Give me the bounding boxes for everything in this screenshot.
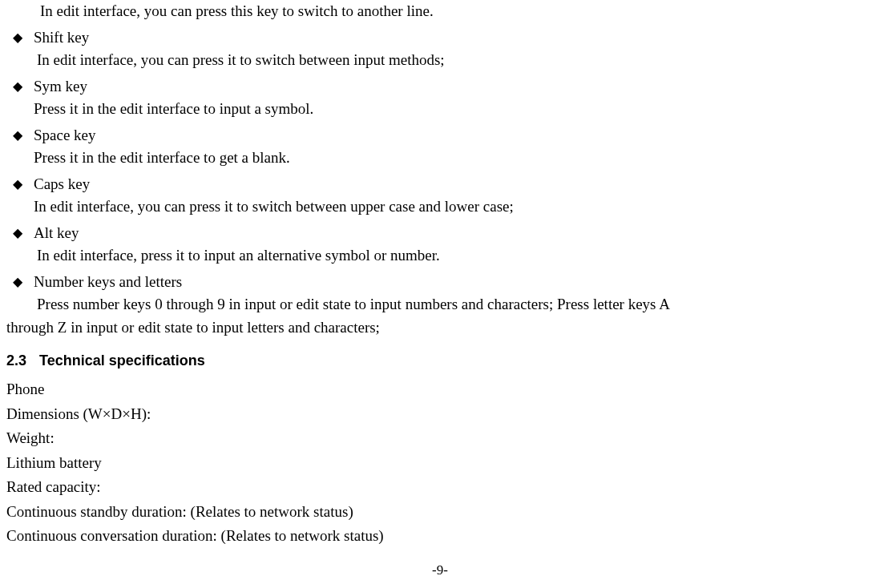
bullet-title: Alt key — [34, 222, 874, 245]
bullet-body: Space key Press it in the edit interface… — [34, 124, 874, 170]
bullet-title: Caps key — [34, 173, 874, 196]
bullet-item: ◆ Caps key In edit interface, you can pr… — [6, 173, 874, 219]
bullet-body: Number keys and letters Press number key… — [34, 271, 874, 316]
bullet-item: ◆ Sym key Press it in the edit interface… — [6, 75, 874, 121]
bullet-desc: In edit interface, you can press it to s… — [34, 195, 874, 219]
bullet-item: ◆ Shift key In edit interface, you can p… — [6, 26, 874, 72]
diamond-icon: ◆ — [6, 75, 34, 98]
bullet-title: Space key — [34, 124, 874, 147]
spec-line: Dimensions (W×D×H): — [6, 403, 874, 426]
section-title: Technical specifications — [39, 352, 205, 369]
spec-line: Rated capacity: — [6, 476, 874, 499]
page-number: -9- — [0, 560, 880, 581]
diamond-icon: ◆ — [6, 26, 34, 49]
diamond-icon: ◆ — [6, 124, 34, 147]
section-number: 2.3 — [6, 352, 26, 369]
intro-line: In edit interface, you can press this ke… — [6, 0, 874, 23]
bullet-title: Sym key — [34, 75, 874, 99]
bullet-item: ◆ Space key Press it in the edit interfa… — [6, 124, 874, 170]
spec-line: Lithium battery — [6, 452, 874, 475]
bullet-item: ◆ Alt key In edit interface, press it to… — [6, 222, 874, 268]
spec-line: Continuous standby duration: (Relates to… — [6, 501, 874, 524]
bullet-item: ◆ Number keys and letters Press number k… — [6, 271, 874, 316]
bullet-desc: In edit interface, you can press it to s… — [34, 49, 874, 72]
bullet-body: Sym key Press it in the edit interface t… — [34, 75, 874, 121]
bullet-desc: Press it in the edit interface to input … — [34, 98, 874, 121]
diamond-icon: ◆ — [6, 222, 34, 244]
bullet-title: Number keys and letters — [34, 271, 874, 294]
bullet-desc-continuation: through Z in input or edit state to inpu… — [6, 316, 874, 340]
bullet-body: Caps key In edit interface, you can pres… — [34, 173, 874, 219]
spec-line: Phone — [6, 378, 874, 401]
spec-line: Continuous conversation duration: (Relat… — [6, 525, 874, 548]
section-heading: 2.3Technical specifications — [6, 350, 874, 372]
page-content: In edit interface, you can press this ke… — [0, 0, 880, 548]
bullet-desc: Press it in the edit interface to get a … — [34, 147, 874, 170]
bullet-desc: Press number keys 0 through 9 in input o… — [34, 293, 874, 316]
spec-line: Weight: — [6, 427, 874, 450]
diamond-icon: ◆ — [6, 271, 34, 293]
diamond-icon: ◆ — [6, 173, 34, 195]
bullet-body: Alt key In edit interface, press it to i… — [34, 222, 874, 268]
bullet-body: Shift key In edit interface, you can pre… — [34, 26, 874, 72]
bullet-desc: In edit interface, press it to input an … — [34, 244, 874, 268]
bullet-title: Shift key — [34, 26, 874, 50]
